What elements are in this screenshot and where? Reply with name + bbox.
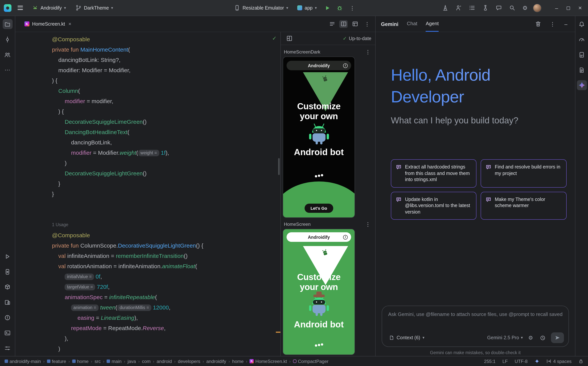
- code-line[interactable]: ) {: [52, 106, 280, 116]
- editor-scrollbar[interactable]: [278, 158, 280, 175]
- code-line[interactable]: DecorativeSquiggleLightGreen(): [52, 168, 280, 178]
- file-encoding[interactable]: UTF-8: [515, 358, 528, 364]
- tool-more[interactable]: ⋯: [2, 65, 12, 75]
- code-line[interactable]: val infiniteAnimation = rememberInfinite…: [52, 251, 280, 261]
- breadcrumb-item[interactable]: KHomeScreen.kt: [250, 358, 287, 364]
- code-line[interactable]: ): [52, 343, 280, 354]
- gemini-input[interactable]: [387, 311, 563, 318]
- maximize-button[interactable]: [564, 4, 572, 12]
- breadcrumb-item[interactable]: developers: [178, 358, 200, 364]
- code-line[interactable]: private fun ColumnScope.DecorativeSquigg…: [52, 240, 280, 251]
- gemini-more-button[interactable]: ⋮: [548, 20, 557, 28]
- model-selector[interactable]: Gemini 2.5 Pro ▾: [487, 335, 523, 340]
- main-menu-button[interactable]: [15, 3, 26, 13]
- settings-button[interactable]: ⚙: [521, 3, 529, 13]
- code-line[interactable]: easing = LinearEasing),: [52, 313, 280, 323]
- caret-position[interactable]: 255:1: [484, 358, 496, 364]
- minimize-button[interactable]: –: [553, 4, 560, 12]
- code-editor[interactable]: @Composableprivate fun MainHomeContent( …: [15, 32, 280, 356]
- todo-list-button[interactable]: [467, 3, 477, 13]
- code-line[interactable]: val rotationAnimation = infiniteAnimatio…: [52, 261, 280, 271]
- tab-chat[interactable]: Chat: [407, 21, 417, 32]
- run-config-selector[interactable]: app ▾: [294, 4, 320, 12]
- preview-more-button[interactable]: ⋮: [363, 221, 373, 228]
- clear-chat-button[interactable]: [533, 19, 543, 29]
- code-line[interactable]: DancingBotHeadlineText(: [52, 127, 280, 137]
- search-everywhere-button[interactable]: [508, 3, 517, 13]
- preview-layout-button[interactable]: [285, 34, 294, 43]
- code-line[interactable]: Column(: [52, 86, 280, 96]
- code-line[interactable]: ): [52, 158, 280, 168]
- tabbar-more-button[interactable]: ⋮: [362, 20, 372, 28]
- split-view-button[interactable]: [339, 20, 348, 28]
- tool-gemini[interactable]: [577, 80, 587, 90]
- warning-stripe-mark[interactable]: [276, 332, 280, 333]
- breadcrumb-item[interactable]: main: [107, 358, 122, 364]
- gemini-input-box[interactable]: Context (6) ▾ Gemini 2.5 Pro ▾ ⚙: [382, 306, 569, 347]
- context-button[interactable]: Context (6) ▾: [387, 334, 427, 342]
- code-line[interactable]: targetValue = 720f,: [52, 282, 280, 292]
- tool-device-manager[interactable]: [2, 297, 12, 307]
- breadcrumb-item[interactable]: androidify-main: [5, 358, 41, 364]
- code-line[interactable]: [52, 209, 280, 220]
- indent-setting[interactable]: 4 spaces: [546, 358, 572, 364]
- editor-tab[interactable]: K HomeScreen.kt ×: [21, 19, 76, 29]
- tool-terminal[interactable]: [2, 328, 12, 338]
- code-line[interactable]: @Composable: [52, 230, 280, 240]
- breadcrumb-item[interactable]: CompactPager: [293, 358, 328, 364]
- tab-agent[interactable]: Agent: [426, 21, 439, 32]
- breadcrumb-item[interactable]: src: [95, 358, 101, 364]
- code-line[interactable]: initialValue = 0f,: [52, 271, 280, 282]
- hide-panel-button[interactable]: –: [562, 20, 570, 28]
- tool-commit[interactable]: [2, 34, 12, 44]
- gemini-settings-button[interactable]: ⚙: [527, 333, 535, 342]
- preview-phone-dark[interactable]: Androidify i Customize your own: [283, 57, 355, 217]
- tool-build[interactable]: [2, 282, 12, 292]
- code-line[interactable]: animation = tween(durationMillis = 12000…: [52, 302, 280, 313]
- branch-selector[interactable]: DarkTheme ▾: [72, 3, 116, 13]
- gemini-assist-button[interactable]: [454, 3, 464, 13]
- code-view-button[interactable]: [328, 20, 336, 28]
- breadcrumb-item[interactable]: com: [142, 358, 151, 364]
- tool-run[interactable]: [2, 252, 12, 261]
- code-line[interactable]: dancingBotLink,: [52, 137, 280, 147]
- code-line[interactable]: modifier: Modifier = Modifier,: [52, 65, 280, 75]
- tool-problems[interactable]: [2, 313, 12, 322]
- code-line[interactable]: modifier = Modifier.weight(weight = 1f),: [52, 147, 280, 158]
- suggestion-card-build-errors[interactable]: Find and resolve build errors in my proj…: [481, 159, 567, 187]
- preview-more-button[interactable]: ⋮: [363, 48, 373, 56]
- code-line[interactable]: ),: [52, 333, 280, 343]
- tool-logcat[interactable]: [577, 65, 587, 75]
- tool-project[interactable]: [2, 19, 12, 29]
- project-selector[interactable]: Androidify ▾: [29, 3, 69, 12]
- breadcrumb-item[interactable]: home: [72, 358, 89, 364]
- line-separator[interactable]: LF: [502, 358, 508, 364]
- breadcrumb-item[interactable]: android: [157, 358, 172, 364]
- tool-notifications[interactable]: [577, 19, 587, 29]
- code-line[interactable]: ) {: [52, 75, 280, 86]
- code-line[interactable]: animationSpec = infiniteRepeatable(: [52, 292, 280, 302]
- breadcrumb-item[interactable]: home: [232, 358, 244, 364]
- close-button[interactable]: ×: [576, 4, 584, 12]
- code-line[interactable]: 1 Usage: [52, 220, 280, 230]
- ai-status-button[interactable]: [535, 359, 540, 364]
- code-line[interactable]: [52, 199, 280, 209]
- code-line[interactable]: dancingBotLink: String?,: [52, 55, 280, 65]
- breadcrumb-item[interactable]: androidify: [206, 358, 226, 364]
- send-button[interactable]: [551, 332, 564, 343]
- lets-go-button[interactable]: Let's Go: [304, 204, 333, 213]
- avatar[interactable]: [533, 4, 541, 12]
- code-line[interactable]: DecorativeSquiggleLimeGreen(): [52, 116, 280, 127]
- tool-pull-requests[interactable]: [2, 50, 12, 60]
- tab-close-button[interactable]: ×: [68, 21, 72, 27]
- inspection-ok-icon[interactable]: ✓: [272, 35, 277, 41]
- suggestion-card-strings[interactable]: Extract all hardcoded strings from this …: [391, 159, 476, 187]
- suggestion-card-theme[interactable]: Make my Theme's color scheme warmer: [481, 192, 567, 220]
- history-button[interactable]: [538, 333, 547, 342]
- suggestion-card-kotlin-update[interactable]: Update kotlin in @libs.version.toml to t…: [391, 192, 476, 220]
- breadcrumb-item[interactable]: java: [128, 358, 136, 364]
- device-selector[interactable]: Resizable Emulator ▾: [231, 3, 291, 13]
- debug-button[interactable]: [335, 3, 344, 12]
- code-line[interactable]: repeatMode = RepeatMode.Reverse,: [52, 323, 280, 333]
- run-button[interactable]: [323, 3, 332, 12]
